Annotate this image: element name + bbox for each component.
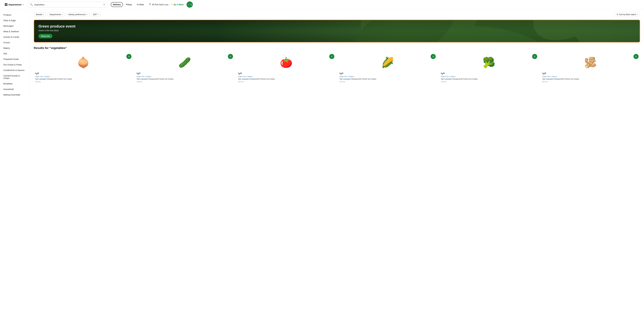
brands-filter[interactable]: Brands ▾ — [34, 12, 46, 17]
search-bar: 🔍 ✕ — [28, 2, 107, 7]
banner-title: Green produce event — [38, 24, 635, 28]
sidebar-item-beverages[interactable]: Beverages — [0, 23, 30, 29]
product-tags: Sugar Free • Organic — [542, 76, 638, 77]
chevron-down-icon: ▾ — [86, 14, 88, 15]
product-name: Van Leeuwen Honeycomb French Ice Cream — [542, 78, 638, 80]
dietary-filter[interactable]: Dietary preferences ▾ — [66, 12, 90, 17]
banner-subtitle: Green is the new black — [38, 29, 635, 32]
departments-button[interactable]: Departments ▾ — [3, 2, 26, 7]
grid-icon — [5, 3, 8, 6]
clear-icon[interactable]: ✕ — [103, 3, 105, 6]
delivery-time: ⚡ By 2:45pm — [171, 3, 184, 6]
location-pin-icon: 📍 — [148, 3, 151, 6]
sidebar-item-dairy[interactable]: Dairy & Eggs — [0, 17, 30, 23]
sort-label: Sort by Best match — [619, 13, 636, 15]
page-layout: Produce Dairy & Eggs Beverages Meat & Se… — [0, 9, 644, 100]
product-card: 🍅 + $499 Sugar Free • Organic Van Leeuwe… — [237, 52, 336, 84]
dietary-label: Dietary preferences — [68, 13, 86, 15]
sort-button[interactable]: ⇅ Sort by Best match ▾ — [614, 12, 640, 17]
cart-icon: 🛒 — [188, 3, 190, 6]
sidebar-item-canned[interactable]: Canned Goods & Soups — [0, 73, 30, 81]
sidebar-item-dry-goods[interactable]: Dry Goods & Pasta — [0, 62, 30, 67]
sidebar-item-meat[interactable]: Meat & Seafood — [0, 29, 30, 34]
add-to-cart-button[interactable]: + — [634, 54, 638, 59]
product-image: 🥒 — [178, 56, 191, 68]
location-text: 69 Rue Saint Lous — [152, 3, 168, 6]
pickup-tab[interactable]: Pickup — [124, 2, 134, 7]
product-image-container: 🥦 + — [441, 54, 537, 71]
results-heading: Results for "vegetables" — [34, 46, 640, 50]
product-tags: Sugar Free • Organic — [136, 76, 233, 77]
product-image-container: 🧅 + — [35, 54, 132, 71]
chevron-down-icon: ▾ — [23, 4, 24, 5]
brands-label: Brands — [36, 13, 42, 15]
location-info[interactable]: 📍 69 Rue Saint Lous — [148, 3, 168, 6]
sidebar-item-produce[interactable]: Produce — [0, 12, 30, 17]
header: Departments ▾ 🔍 ✕ Delivery Pickup In-Sto… — [0, 0, 644, 9]
product-tags: Sugar Free • Organic — [340, 76, 436, 77]
product-size: 16 fl oz — [136, 81, 233, 83]
product-card: 🫚 + $499 Sugar Free • Organic Van Leeuwe… — [541, 52, 640, 84]
departments-label: Departments — [8, 3, 22, 6]
product-size: 16 fl oz — [340, 81, 436, 83]
product-name: Van Leeuwen Honeycomb French Ice Cream — [441, 78, 537, 80]
product-price: $499 — [441, 72, 537, 75]
product-price: $499 — [340, 72, 436, 75]
main-content: Brands ▾ Departments ▾ Dietary preferenc… — [30, 9, 644, 100]
delivery-tab[interactable]: Delivery — [111, 2, 123, 7]
delivery-nav: Delivery Pickup In-Store — [111, 2, 146, 7]
product-name: Van Leeuwen Honeycomb French Ice Cream — [35, 78, 132, 80]
add-to-cart-button[interactable]: + — [532, 54, 537, 59]
add-to-cart-button[interactable]: + — [228, 54, 233, 59]
departments-filter[interactable]: Departments ▾ — [48, 12, 65, 17]
banner-shop-now-button[interactable]: Shop now — [38, 34, 52, 38]
sidebar-item-bakery[interactable]: Bakery — [0, 45, 30, 51]
cart-count: 1 — [190, 3, 192, 6]
product-image: 🥦 — [482, 56, 495, 68]
product-card: 🧅 + $499 Sugar Free • Organic Van Leeuwe… — [34, 52, 133, 84]
product-image: 🌽 — [381, 56, 394, 68]
product-image: 🧅 — [77, 56, 90, 68]
ebt-label: EBT — [93, 13, 97, 15]
sidebar-item-household[interactable]: Household — [0, 86, 30, 92]
product-price: $499 — [35, 72, 132, 75]
departments-filter-label: Departments — [50, 13, 61, 15]
chevron-down-icon: ▾ — [62, 14, 63, 15]
promo-banner[interactable]: Green produce event Green is the new bla… — [34, 20, 640, 42]
products-grid: 🧅 + $499 Sugar Free • Organic Van Leeuwe… — [34, 52, 640, 84]
sidebar-item-breakfast[interactable]: Breakfast — [0, 81, 30, 86]
chevron-down-icon: ▾ — [98, 14, 99, 15]
bolt-icon: ⚡ — [171, 3, 173, 6]
sidebar-item-condiments[interactable]: Condiments & Sauces — [0, 67, 30, 73]
product-image-container: 🍅 + — [238, 54, 334, 71]
delivery-time-text: By 2:45pm — [174, 3, 184, 6]
sidebar-item-frozen[interactable]: Frozen — [0, 40, 30, 45]
sidebar-item-baking[interactable]: Baking Essentials — [0, 92, 30, 97]
filter-bar: Brands ▾ Departments ▾ Dietary preferenc… — [34, 12, 640, 17]
product-name: Van Leeuwen Honeycomb French Ice Cream — [340, 78, 436, 80]
sort-icon: ⇅ — [616, 13, 618, 15]
banner-content: Green produce event Green is the new bla… — [34, 20, 640, 42]
add-to-cart-button[interactable]: + — [329, 54, 334, 59]
product-image-container: 🌽 + — [340, 54, 436, 71]
instore-tab[interactable]: In-Store — [134, 2, 146, 7]
add-to-cart-button[interactable]: + — [126, 54, 132, 59]
sidebar-item-snacks[interactable]: Snacks & Candy — [0, 34, 30, 40]
chevron-down-icon: ▾ — [637, 14, 638, 15]
product-image-container: 🫚 + — [542, 54, 638, 71]
sidebar-item-prepared[interactable]: Prepared Foods — [0, 56, 30, 62]
sidebar-item-deli[interactable]: Deli — [0, 51, 30, 56]
product-price: $499 — [136, 72, 233, 75]
product-price: $499 — [238, 72, 334, 75]
product-image-container: 🥒 + — [136, 54, 233, 71]
ebt-filter[interactable]: EBT ▾ — [91, 12, 101, 17]
product-tags: Sugar Free • Organic — [35, 76, 132, 77]
search-input[interactable] — [34, 3, 102, 6]
product-price: $499 — [542, 72, 638, 75]
product-size: 16 fl oz — [441, 81, 537, 83]
product-card: 🥒 + $499 Sugar Free • Organic Van Leeuwe… — [135, 52, 234, 84]
product-card: 🌽 + $499 Sugar Free • Organic Van Leeuwe… — [338, 52, 437, 84]
cart-button[interactable]: 🛒 1 — [186, 1, 193, 8]
product-name: Van Leeuwen Honeycomb French Ice Cream — [238, 78, 334, 80]
add-to-cart-button[interactable]: + — [430, 54, 436, 59]
